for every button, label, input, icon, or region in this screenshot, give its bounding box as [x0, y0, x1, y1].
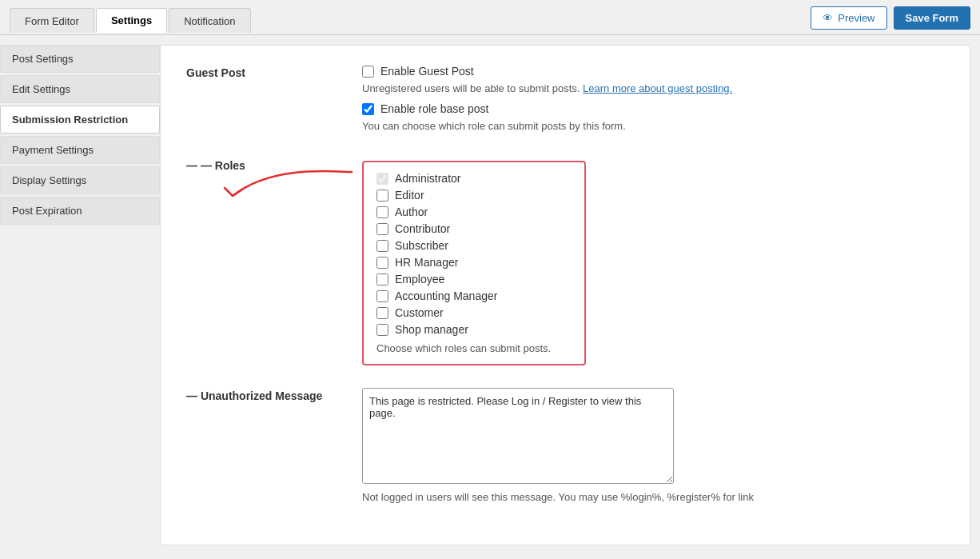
role-administrator-row: Administrator: [376, 172, 572, 185]
role-customer-row: Customer: [376, 306, 572, 319]
role-accounting-manager-row: Accounting Manager: [376, 289, 572, 302]
enable-role-checkbox-label[interactable]: Enable role base post: [380, 102, 488, 115]
role-subscriber-row: Subscriber: [376, 239, 572, 252]
sidebar: Post Settings Edit Settings Submission R…: [0, 35, 160, 555]
role-shop-manager-row: Shop manager: [376, 323, 572, 336]
enable-guest-checkbox[interactable]: [362, 66, 374, 78]
enable-guest-row: Enable Guest Post: [362, 65, 944, 78]
sidebar-item-submission-restriction[interactable]: Submission Restriction: [0, 106, 160, 134]
preview-button[interactable]: 👁 Preview: [811, 6, 886, 30]
unauthorized-message-section: — Unauthorized Message This page is rest…: [186, 388, 944, 503]
roles-section: — — Roles Administrator Editor Author: [186, 158, 944, 365]
save-form-button[interactable]: Save Form: [894, 6, 970, 30]
role-employee-checkbox[interactable]: [376, 274, 388, 285]
role-hr-manager-label[interactable]: HR Manager: [395, 256, 458, 269]
roles-box: Administrator Editor Author Contributor: [362, 161, 586, 365]
enable-role-checkbox[interactable]: [362, 103, 374, 115]
top-actions: 👁 Preview Save Form: [811, 6, 970, 34]
role-editor-label[interactable]: Editor: [395, 189, 424, 202]
role-hr-manager-checkbox[interactable]: [376, 257, 388, 269]
sidebar-item-post-settings[interactable]: Post Settings: [0, 45, 160, 73]
enable-role-row: Enable role base post: [362, 102, 944, 115]
role-accounting-manager-label[interactable]: Accounting Manager: [395, 289, 497, 302]
unauthorized-message-label: — Unauthorized Message: [186, 388, 362, 402]
guest-post-label: Guest Post: [186, 65, 362, 79]
role-subscriber-checkbox[interactable]: [376, 240, 388, 252]
top-bar: Form Editor Settings Notification 👁 Prev…: [0, 0, 980, 35]
role-author-checkbox[interactable]: [376, 206, 388, 218]
guest-post-content: Enable Guest Post Unregistered users wil…: [362, 65, 944, 135]
roles-content: Administrator Editor Author Contributor: [362, 158, 944, 365]
role-accounting-manager-checkbox[interactable]: [376, 290, 388, 302]
main-layout: Post Settings Edit Settings Submission R…: [0, 35, 980, 555]
roles-section-label: — — Roles: [186, 158, 362, 172]
tab-form-editor[interactable]: Form Editor: [10, 8, 94, 33]
role-customer-label[interactable]: Customer: [395, 306, 444, 319]
role-editor-row: Editor: [376, 189, 572, 202]
role-subscriber-label[interactable]: Subscriber: [395, 239, 448, 252]
unauthorized-message-help: Not logged in users will see this messag…: [362, 491, 944, 503]
guest-post-help: Unregistered users will be able to submi…: [362, 82, 944, 94]
sidebar-item-edit-settings[interactable]: Edit Settings: [0, 75, 160, 103]
roles-footer-text: Choose which roles can submit posts.: [376, 342, 572, 354]
role-shop-manager-checkbox[interactable]: [376, 324, 388, 336]
eye-icon: 👁: [823, 12, 833, 24]
tab-settings[interactable]: Settings: [96, 8, 167, 33]
guest-post-section: Guest Post Enable Guest Post Unregistere…: [186, 65, 944, 135]
role-contributor-label[interactable]: Contributor: [395, 222, 450, 235]
role-author-label[interactable]: Author: [395, 206, 428, 218]
role-contributor-checkbox[interactable]: [376, 223, 388, 235]
role-editor-checkbox[interactable]: [376, 190, 388, 202]
role-administrator-label: Administrator: [395, 172, 460, 185]
role-shop-manager-label[interactable]: Shop manager: [395, 323, 468, 336]
sidebar-item-payment-settings[interactable]: Payment Settings: [0, 136, 160, 164]
guest-post-learn-more-link[interactable]: Learn more about guest posting.: [583, 82, 732, 94]
role-customer-checkbox[interactable]: [376, 307, 388, 319]
sidebar-item-display-settings[interactable]: Display Settings: [0, 166, 160, 194]
content-area: Guest Post Enable Guest Post Unregistere…: [160, 45, 970, 545]
enable-guest-checkbox-label[interactable]: Enable Guest Post: [380, 65, 474, 78]
unauthorized-message-content: This page is restricted. Please Log in /…: [362, 388, 944, 503]
role-contributor-row: Contributor: [376, 222, 572, 235]
sidebar-item-post-expiration[interactable]: Post Expiration: [0, 197, 160, 225]
role-administrator-checkbox: [376, 173, 388, 185]
role-employee-label[interactable]: Employee: [395, 273, 444, 285]
role-base-help: You can choose which role can submit pos…: [362, 120, 944, 132]
unauthorized-message-textarea[interactable]: This page is restricted. Please Log in /…: [362, 388, 674, 484]
role-author-row: Author: [376, 206, 572, 218]
role-employee-row: Employee: [376, 273, 572, 285]
tab-bar: Form Editor Settings Notification: [10, 8, 251, 33]
role-hr-manager-row: HR Manager: [376, 256, 572, 269]
tab-notification[interactable]: Notification: [169, 8, 250, 33]
